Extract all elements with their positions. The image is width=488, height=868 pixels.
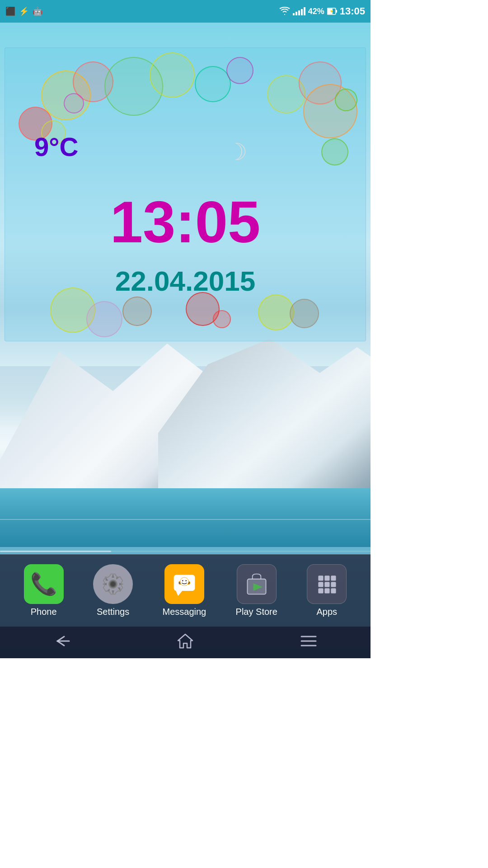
- clock-display: 13:05: [28, 193, 343, 251]
- playstore-label: Play Store: [236, 607, 277, 617]
- dock: 📞 Phone: [0, 554, 371, 627]
- signal-icon: [293, 7, 305, 15]
- widget-container: 9°C ☽ 13:05 22.04.2015: [5, 47, 366, 341]
- apps-label: Apps: [316, 607, 337, 617]
- svg-point-5: [111, 582, 115, 586]
- menu-button[interactable]: [286, 630, 331, 655]
- water-surface: [0, 488, 371, 547]
- back-button[interactable]: [39, 630, 84, 656]
- dock-item-playstore[interactable]: Play Store: [236, 564, 277, 617]
- scroll-thumb: [0, 551, 111, 552]
- status-icons-right: 42% 13:05: [279, 5, 365, 17]
- phone-label: Phone: [31, 607, 57, 617]
- messaging-icon[interactable]: [164, 564, 204, 604]
- svg-rect-25: [319, 588, 324, 593]
- bubble: [226, 57, 253, 84]
- svg-rect-20: [325, 576, 330, 580]
- svg-rect-21: [331, 576, 336, 580]
- svg-rect-19: [319, 576, 324, 580]
- usb-icon: ⚡: [19, 6, 29, 16]
- dock-item-phone[interactable]: 📞 Phone: [24, 564, 64, 617]
- mountain-right: [158, 330, 371, 502]
- dock-item-apps[interactable]: Apps: [307, 564, 347, 617]
- bubble: [195, 66, 231, 102]
- apps-icon[interactable]: [307, 564, 347, 604]
- scroll-indicator: [0, 551, 371, 552]
- gallery-icon: ⬛: [5, 6, 15, 16]
- home-button[interactable]: [164, 629, 207, 656]
- svg-point-14: [180, 577, 188, 586]
- status-bar: ⬛ ⚡ 🤖 42% 13:05: [0, 0, 371, 23]
- bubble: [290, 299, 319, 328]
- svg-rect-1: [336, 10, 337, 13]
- wallpaper: 9°C ☽ 13:05 22.04.2015 📞 Phone: [0, 23, 371, 658]
- svg-rect-23: [325, 582, 330, 587]
- status-icons-left: ⬛ ⚡ 🤖: [5, 6, 42, 16]
- svg-rect-24: [331, 582, 336, 587]
- bubble: [213, 310, 231, 328]
- android-icon: 🤖: [33, 6, 42, 16]
- bubble: [335, 89, 357, 111]
- water-reflection: [0, 519, 371, 520]
- moon-icon: ☽: [226, 138, 248, 165]
- bubble: [258, 294, 294, 330]
- svg-point-16: [185, 580, 187, 581]
- svg-rect-26: [325, 588, 330, 593]
- settings-icon[interactable]: [93, 564, 133, 604]
- messaging-label: Messaging: [162, 607, 206, 617]
- svg-rect-27: [331, 588, 336, 593]
- date-display: 22.04.2015: [28, 265, 343, 297]
- svg-marker-29: [178, 634, 192, 648]
- dock-item-messaging[interactable]: Messaging: [162, 564, 206, 617]
- svg-marker-7: [176, 591, 182, 596]
- bubble: [150, 52, 195, 98]
- settings-label: Settings: [97, 607, 129, 617]
- phone-icon[interactable]: 📞: [24, 564, 64, 604]
- bubble: [86, 301, 122, 337]
- bubble: [321, 138, 348, 165]
- status-time: 13:05: [340, 5, 365, 17]
- temperature-display: 9°C: [34, 132, 78, 162]
- battery-percent: 42%: [308, 7, 324, 16]
- bubble: [64, 93, 84, 113]
- svg-point-15: [182, 580, 183, 581]
- nav-bar: [0, 627, 371, 658]
- wifi-icon: [279, 7, 290, 16]
- bubble: [122, 297, 152, 326]
- playstore-icon[interactable]: [237, 564, 277, 604]
- svg-rect-22: [319, 582, 324, 587]
- battery-icon: [327, 7, 337, 15]
- dock-item-settings[interactable]: Settings: [93, 564, 133, 617]
